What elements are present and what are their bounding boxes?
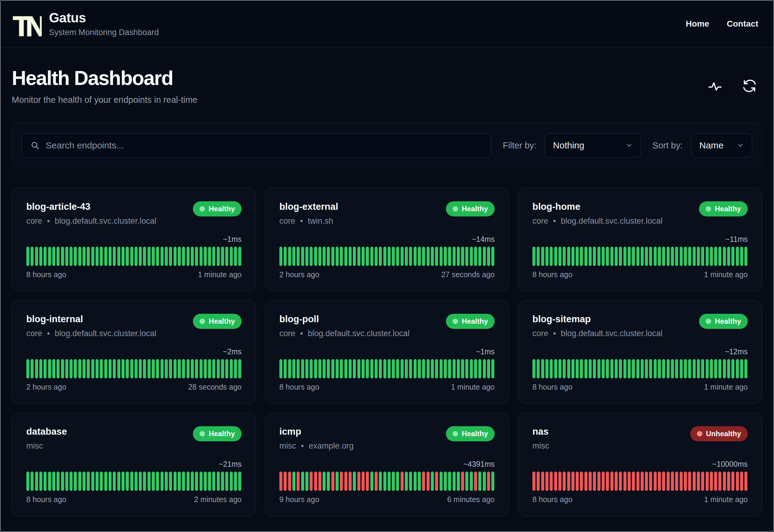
uptime-bar[interactable] bbox=[388, 359, 391, 378]
uptime-bar[interactable] bbox=[178, 472, 181, 491]
uptime-bar[interactable] bbox=[589, 247, 592, 266]
uptime-bar[interactable] bbox=[396, 359, 399, 378]
uptime-bar[interactable] bbox=[87, 247, 90, 266]
uptime-bar[interactable] bbox=[139, 247, 142, 266]
uptime-bar[interactable] bbox=[483, 472, 486, 491]
uptime-bar[interactable] bbox=[422, 359, 425, 378]
uptime-bar[interactable] bbox=[740, 472, 743, 491]
uptime-bar[interactable] bbox=[126, 472, 129, 491]
uptime-bar[interactable] bbox=[104, 247, 107, 266]
uptime-bar[interactable] bbox=[297, 359, 300, 378]
uptime-bar[interactable] bbox=[336, 359, 339, 378]
uptime-bar[interactable] bbox=[688, 359, 691, 378]
uptime-bar[interactable] bbox=[379, 359, 382, 378]
uptime-bar[interactable] bbox=[422, 247, 425, 266]
uptime-bar[interactable] bbox=[645, 359, 648, 378]
uptime-bar[interactable] bbox=[532, 472, 535, 491]
uptime-bar[interactable] bbox=[349, 359, 352, 378]
uptime-bar[interactable] bbox=[200, 359, 203, 378]
uptime-bar[interactable] bbox=[117, 472, 120, 491]
uptime-bar[interactable] bbox=[405, 359, 408, 378]
uptime-bar[interactable] bbox=[26, 247, 29, 266]
uptime-bar[interactable] bbox=[680, 247, 683, 266]
uptime-bar[interactable] bbox=[453, 247, 456, 266]
uptime-bar[interactable] bbox=[87, 472, 90, 491]
uptime-bar[interactable] bbox=[217, 472, 220, 491]
uptime-bar[interactable] bbox=[671, 359, 674, 378]
endpoint-card[interactable]: blog-poll core • blog.default.svc.cluste… bbox=[265, 300, 509, 404]
uptime-bar[interactable] bbox=[602, 247, 605, 266]
uptime-bar[interactable] bbox=[444, 247, 447, 266]
uptime-bar[interactable] bbox=[409, 247, 412, 266]
uptime-bar[interactable] bbox=[701, 472, 704, 491]
uptime-bar[interactable] bbox=[491, 472, 494, 491]
uptime-bar[interactable] bbox=[567, 247, 570, 266]
uptime-bar[interactable] bbox=[375, 472, 378, 491]
uptime-bar[interactable] bbox=[135, 472, 138, 491]
endpoint-card[interactable]: blog-sitemap core • blog.default.svc.clu… bbox=[518, 300, 762, 404]
uptime-bar[interactable] bbox=[474, 359, 477, 378]
uptime-bar[interactable] bbox=[74, 359, 77, 378]
uptime-bar[interactable] bbox=[619, 359, 622, 378]
uptime-bar[interactable] bbox=[576, 472, 579, 491]
uptime-bar[interactable] bbox=[554, 472, 557, 491]
uptime-bar[interactable] bbox=[78, 472, 81, 491]
uptime-bar[interactable] bbox=[156, 359, 159, 378]
uptime-bar[interactable] bbox=[671, 472, 674, 491]
uptime-bar[interactable] bbox=[357, 472, 360, 491]
uptime-bar[interactable] bbox=[35, 472, 38, 491]
uptime-bar[interactable] bbox=[96, 247, 99, 266]
uptime-bar[interactable] bbox=[610, 472, 613, 491]
uptime-bar[interactable] bbox=[628, 359, 631, 378]
sort-select[interactable]: Name bbox=[691, 133, 752, 157]
uptime-bar[interactable] bbox=[148, 247, 151, 266]
uptime-bar[interactable] bbox=[597, 359, 600, 378]
uptime-bar[interactable] bbox=[478, 472, 481, 491]
uptime-bar[interactable] bbox=[401, 247, 404, 266]
uptime-bar[interactable] bbox=[61, 359, 64, 378]
uptime-bar[interactable] bbox=[357, 247, 360, 266]
uptime-bar[interactable] bbox=[161, 359, 164, 378]
uptime-bar[interactable] bbox=[327, 359, 330, 378]
uptime-bar[interactable] bbox=[744, 472, 747, 491]
uptime-bar[interactable] bbox=[667, 247, 670, 266]
uptime-bar[interactable] bbox=[234, 247, 237, 266]
uptime-bar[interactable] bbox=[388, 472, 391, 491]
uptime-bar[interactable] bbox=[331, 359, 334, 378]
uptime-bar[interactable] bbox=[580, 359, 583, 378]
uptime-bar[interactable] bbox=[165, 472, 168, 491]
uptime-bar[interactable] bbox=[440, 247, 443, 266]
uptime-bar[interactable] bbox=[684, 359, 687, 378]
uptime-bar[interactable] bbox=[44, 472, 47, 491]
uptime-bar[interactable] bbox=[623, 472, 626, 491]
uptime-bar[interactable] bbox=[314, 359, 317, 378]
uptime-bar[interactable] bbox=[39, 247, 42, 266]
uptime-bar[interactable] bbox=[234, 472, 237, 491]
uptime-bar[interactable] bbox=[558, 472, 561, 491]
uptime-bar[interactable] bbox=[74, 472, 77, 491]
uptime-bar[interactable] bbox=[418, 247, 421, 266]
uptime-bar[interactable] bbox=[26, 359, 29, 378]
uptime-bar[interactable] bbox=[362, 359, 365, 378]
uptime-bar[interactable] bbox=[100, 359, 103, 378]
uptime-bar[interactable] bbox=[284, 472, 287, 491]
uptime-bar[interactable] bbox=[148, 472, 151, 491]
uptime-bar[interactable] bbox=[487, 247, 490, 266]
uptime-bar[interactable] bbox=[693, 472, 696, 491]
uptime-bar[interactable] bbox=[221, 472, 224, 491]
uptime-bar[interactable] bbox=[401, 359, 404, 378]
uptime-bar[interactable] bbox=[680, 359, 683, 378]
uptime-bar[interactable] bbox=[353, 359, 356, 378]
uptime-bar[interactable] bbox=[182, 359, 185, 378]
uptime-bar[interactable] bbox=[327, 247, 330, 266]
uptime-bar[interactable] bbox=[357, 359, 360, 378]
uptime-bar[interactable] bbox=[375, 359, 378, 378]
uptime-bar[interactable] bbox=[169, 472, 172, 491]
uptime-bar[interactable] bbox=[714, 472, 717, 491]
endpoint-card[interactable]: blog-internal core • blog.default.svc.cl… bbox=[12, 300, 256, 404]
uptime-bar[interactable] bbox=[465, 359, 468, 378]
uptime-bar[interactable] bbox=[550, 247, 553, 266]
endpoint-card[interactable]: blog-home core • blog.default.svc.cluste… bbox=[518, 188, 762, 291]
uptime-bar[interactable] bbox=[161, 472, 164, 491]
uptime-bar[interactable] bbox=[658, 247, 661, 266]
